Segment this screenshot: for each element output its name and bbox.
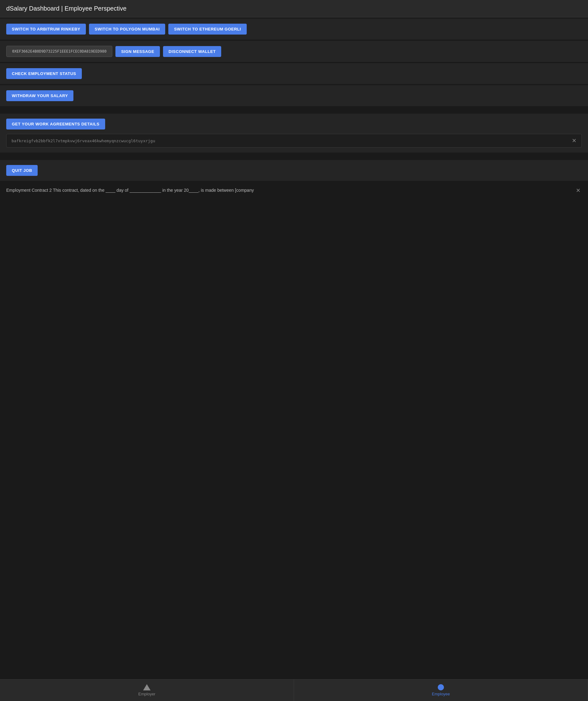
spacer-2	[0, 153, 588, 159]
withdraw-salary-button[interactable]: WITHDRAW YOUR SALARY	[6, 90, 73, 101]
page-title: dSalary Dashboard | Employee Perspective	[6, 5, 126, 12]
network-buttons-row: SWITCH TO ARBITRUM RINKEBY SWITCH TO POL…	[6, 24, 582, 35]
sign-message-button[interactable]: SIGN MESSAGE	[115, 46, 160, 57]
wallet-buttons-row: 0XEF3662E4B0D9D73225F1EEE1FCEC0DA819EED9…	[6, 46, 582, 57]
network-section: SWITCH TO ARBITRUM RINKEBY SWITCH TO POL…	[0, 19, 588, 39]
quit-section: QUIT JOB	[0, 160, 588, 181]
check-employment-button[interactable]: CHECK EMPLOYMENT STATUS	[6, 68, 82, 79]
bottom-nav: Employer Employee	[0, 679, 588, 701]
employer-icon	[143, 684, 151, 690]
close-contract-button[interactable]: ✕	[575, 187, 582, 194]
withdraw-section: WITHDRAW YOUR SALARY	[0, 85, 588, 106]
clear-input-button[interactable]: ✕	[567, 134, 581, 147]
switch-arbitrum-button[interactable]: SWITCH TO ARBITRUM RINKEBY	[6, 24, 86, 35]
quit-job-button[interactable]: QUIT JOB	[6, 165, 38, 176]
agreements-input-row: ✕	[6, 134, 582, 148]
main-spacer	[0, 199, 588, 679]
contract-section: Employment Contract 2 This contract, dat…	[0, 182, 588, 199]
check-employment-section: CHECK EMPLOYMENT STATUS	[0, 63, 588, 84]
contract-text: Employment Contract 2 This contract, dat…	[6, 187, 572, 194]
spacer-1	[0, 106, 588, 112]
get-agreements-button[interactable]: GET YOUR WORK AGREEMENTS DETAILS	[6, 119, 105, 130]
switch-ethereum-button[interactable]: SWITCH TO ETHEREUM GOERLI	[168, 24, 246, 35]
disconnect-wallet-button[interactable]: DISCONNECT WALLET	[163, 46, 222, 57]
agreements-section: GET YOUR WORK AGREEMENTS DETAILS ✕	[0, 113, 588, 153]
employee-label: Employee	[432, 692, 450, 696]
wallet-address-button[interactable]: 0XEF3662E4B0D9D73225F1EEE1FCEC0DA819EED9…	[6, 46, 112, 57]
switch-polygon-button[interactable]: SWITCH TO POLYGON MUMBAI	[89, 24, 165, 35]
nav-employee[interactable]: Employee	[294, 680, 588, 701]
employee-icon	[438, 684, 444, 690]
employer-label: Employer	[138, 692, 156, 696]
agreements-input[interactable]	[7, 135, 567, 147]
wallet-section: 0XEF3662E4B0D9D73225F1EEE1FCEC0DA819EED9…	[0, 41, 588, 62]
nav-employer[interactable]: Employer	[0, 680, 294, 701]
header: dSalary Dashboard | Employee Perspective	[0, 0, 588, 17]
